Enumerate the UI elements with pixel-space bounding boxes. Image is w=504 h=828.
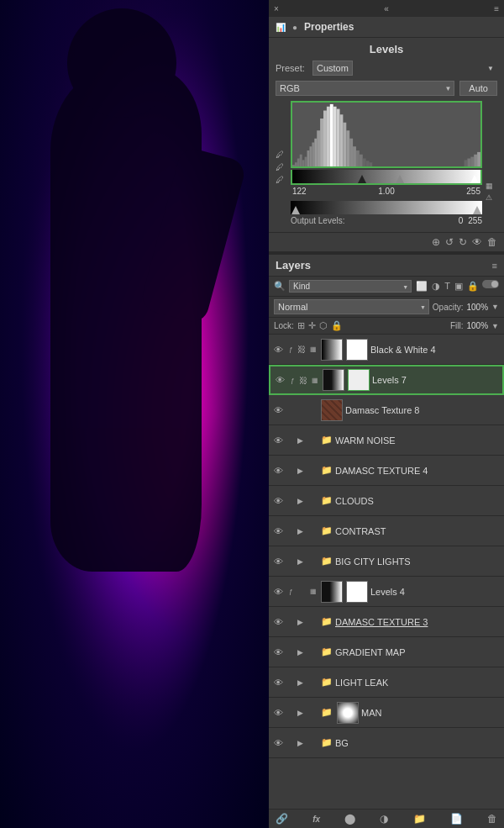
prop-redo-icon[interactable]: ↻ xyxy=(459,236,467,248)
white-point-slider[interactable] xyxy=(470,175,479,183)
filter-pixel-icon[interactable]: ⬜ xyxy=(415,280,428,293)
svg-rect-7 xyxy=(309,146,312,166)
layer-item[interactable]: 👁 ƒ ⛓ ▦ Black & White 4 xyxy=(269,335,504,365)
layer-expand-icon[interactable]: ▶ xyxy=(297,436,306,445)
histogram-type-icon[interactable]: ▦ xyxy=(486,182,497,190)
channel-select[interactable]: RGB xyxy=(276,81,454,96)
layer-item[interactable]: 👁 ▶ 📁 BG xyxy=(269,728,504,758)
layers-duplicate-icon[interactable]: 📄 xyxy=(450,813,463,825)
layer-visibility-icon[interactable]: 👁 xyxy=(272,466,284,476)
lock-move-icon[interactable]: ✛ xyxy=(308,320,316,331)
layer-item[interactable]: 👁 ƒ ⛓ ▦ Levels 7 xyxy=(269,365,504,395)
layer-chain-icon: ⛓ xyxy=(297,345,306,354)
output-high-slider[interactable] xyxy=(473,206,481,214)
layers-mask-icon[interactable]: ⬤ xyxy=(344,813,355,825)
opacity-arrow[interactable]: ▼ xyxy=(491,303,499,311)
blend-mode-select[interactable]: Normal xyxy=(274,299,429,314)
filter-adjustment-icon[interactable]: ◑ xyxy=(431,280,441,293)
layer-visibility-icon[interactable]: 👁 xyxy=(272,738,284,748)
layer-expand-icon[interactable]: ▶ xyxy=(297,557,306,566)
layer-visibility-icon[interactable]: 👁 xyxy=(272,405,284,415)
filter-smart-icon[interactable]: 🔒 xyxy=(466,280,480,293)
preset-select[interactable]: Custom xyxy=(312,61,353,76)
fill-arrow[interactable]: ▼ xyxy=(491,322,499,330)
layer-visibility-icon[interactable]: 👁 xyxy=(272,435,284,446)
layer-expand-icon[interactable]: ▶ xyxy=(297,678,306,687)
layer-expand-icon[interactable]: ▶ xyxy=(297,739,306,747)
panel-menu-icon[interactable]: ≡ xyxy=(494,4,499,13)
svg-rect-0 xyxy=(292,165,295,166)
layer-visibility-icon[interactable]: 👁 xyxy=(272,526,284,536)
fill-value[interactable]: 100% xyxy=(467,321,489,330)
layer-mask-thumbnail xyxy=(346,339,368,361)
layer-item[interactable]: 👁 ▶ 📁 BIG CITY LIGHTS xyxy=(269,546,504,577)
layer-item[interactable]: 👁 ▶ 📁 DAMASC TEXTURE 3 xyxy=(269,607,504,637)
layer-expand-icon[interactable]: ▶ xyxy=(297,709,306,717)
lock-artboard-icon[interactable]: ⬡ xyxy=(319,320,328,331)
layer-visibility-icon[interactable]: 👁 xyxy=(272,647,284,657)
prop-undo-icon[interactable]: ↺ xyxy=(445,236,454,248)
filter-shape-icon[interactable]: ▣ xyxy=(454,280,464,293)
panel-collapse-icon[interactable]: « xyxy=(384,4,389,13)
black-point-slider[interactable] xyxy=(358,175,366,183)
output-levels-slider[interactable] xyxy=(291,201,482,214)
opacity-value[interactable]: 100% xyxy=(467,303,489,312)
eyedropper-black-icon[interactable]: 🖊 xyxy=(276,150,287,159)
output-low-value[interactable]: 0 xyxy=(459,216,464,225)
layer-item[interactable]: 👁 ▶ 📁 LIGHT LEAK xyxy=(269,667,504,698)
lock-padlock-icon[interactable]: 🔒 xyxy=(331,320,343,331)
eyedropper-white-icon[interactable]: 🖊 xyxy=(276,175,287,184)
layers-link-icon[interactable]: 🔗 xyxy=(276,813,288,825)
midpoint-slider[interactable] xyxy=(396,175,404,183)
layer-item[interactable]: 👁 ▶ 📁 MAN xyxy=(269,698,504,728)
layer-item[interactable]: 👁 ▶ 📁 DAMASC TEXTURE 4 xyxy=(269,456,504,486)
layers-adjustment-icon[interactable]: ◑ xyxy=(380,813,388,825)
input-high-value[interactable]: 255 xyxy=(466,187,480,196)
properties-dot-icon: ● xyxy=(292,23,297,32)
layer-item[interactable]: 👁 ▶ 📁 CONTRAST xyxy=(269,516,504,546)
layers-menu-icon[interactable]: ≡ xyxy=(492,261,497,271)
prop-clip-icon[interactable]: ⊕ xyxy=(432,236,440,248)
panel-close-icon[interactable]: × xyxy=(274,4,279,13)
layer-item[interactable]: 👁 ▶ 📁 WARM NOISE xyxy=(269,425,504,456)
svg-rect-6 xyxy=(307,150,310,166)
eyedropper-gray-icon[interactable]: 🖊 xyxy=(276,162,287,171)
svg-rect-20 xyxy=(349,139,353,166)
folder-icon: 📁 xyxy=(321,616,333,627)
layer-expand-icon[interactable]: ▶ xyxy=(297,497,306,505)
levels-section: Levels Preset: Custom RGB Auto 🖊 xyxy=(269,38,504,232)
output-high-value[interactable]: 255 xyxy=(468,216,482,225)
layer-visibility-icon[interactable]: 👁 xyxy=(272,496,284,506)
layer-expand-icon[interactable]: ▶ xyxy=(297,527,306,535)
layer-visibility-icon[interactable]: 👁 xyxy=(274,375,286,385)
filter-kind-select[interactable]: Kind xyxy=(289,280,412,293)
input-levels-slider[interactable] xyxy=(291,170,482,185)
filter-text-icon[interactable]: T xyxy=(444,280,451,293)
prop-delete-icon[interactable]: 🗑 xyxy=(487,236,497,248)
layer-visibility-icon[interactable]: 👁 xyxy=(272,617,284,627)
layer-expand-icon[interactable]: ▶ xyxy=(297,648,306,657)
filter-toggle[interactable] xyxy=(482,280,499,288)
svg-rect-29 xyxy=(467,159,470,167)
input-low-value[interactable]: 122 xyxy=(292,187,307,196)
layer-visibility-icon[interactable]: 👁 xyxy=(272,345,284,355)
layer-visibility-icon[interactable]: 👁 xyxy=(272,708,284,718)
layer-visibility-icon[interactable]: 👁 xyxy=(272,556,284,567)
auto-button[interactable]: Auto xyxy=(459,81,497,96)
layer-visibility-icon[interactable]: 👁 xyxy=(272,678,284,688)
layer-item[interactable]: 👁 ▶ 📁 CLOUDS xyxy=(269,486,504,516)
layers-filter-row: 🔍 Kind ⬜ ◑ T ▣ 🔒 xyxy=(269,277,504,297)
layer-item[interactable]: 👁 ƒ ▦ Levels 4 xyxy=(269,577,504,607)
output-low-slider[interactable] xyxy=(291,206,300,214)
layers-group-icon[interactable]: 📁 xyxy=(413,813,426,825)
layer-expand-icon[interactable]: ▶ xyxy=(297,467,306,475)
input-mid-value[interactable]: 1.00 xyxy=(307,187,467,196)
lock-checkerboard-icon[interactable]: ⊞ xyxy=(297,320,305,331)
layer-expand-icon[interactable]: ▶ xyxy=(297,618,306,626)
layer-item[interactable]: 👁 ▶ 📁 GRADIENT MAP xyxy=(269,637,504,667)
layers-fx-icon[interactable]: fx xyxy=(312,815,320,824)
layer-item[interactable]: 👁 Damasc Texture 8 xyxy=(269,395,504,425)
layer-visibility-icon[interactable]: 👁 xyxy=(272,587,284,597)
layers-delete-icon[interactable]: 🗑 xyxy=(487,813,497,825)
prop-visibility-icon[interactable]: 👁 xyxy=(472,236,482,248)
